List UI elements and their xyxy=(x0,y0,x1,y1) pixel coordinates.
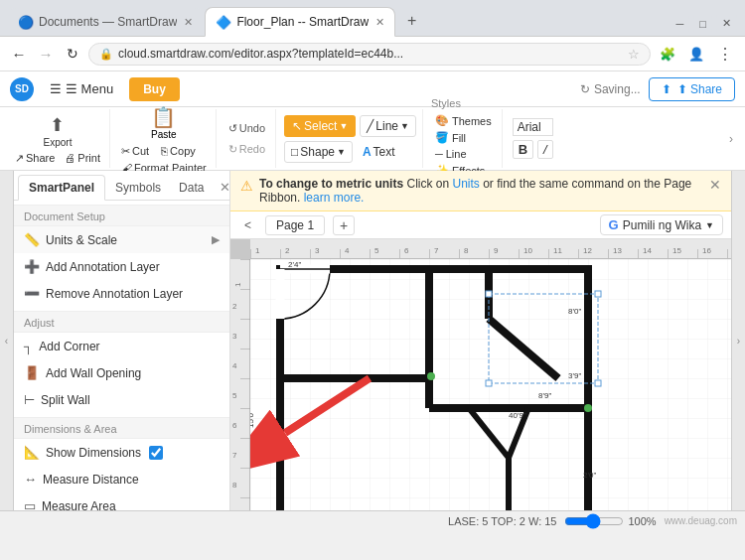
line-tool-button[interactable]: ╱ Line ▼ xyxy=(360,115,416,137)
app-bar: SD ☰ ☰ Menu Buy ↻ Saving... ⬆ ⬆ Share xyxy=(0,71,745,107)
notification-learn-more[interactable]: learn more. xyxy=(304,191,365,205)
split-wall-label: Split Wall xyxy=(41,393,90,407)
copy-button[interactable]: ⎘ Copy xyxy=(158,144,199,159)
page-add-button[interactable]: + xyxy=(333,215,355,235)
tab1-close[interactable]: ✕ xyxy=(184,16,193,29)
bold-button[interactable]: B xyxy=(513,140,533,159)
svg-text:5: 5 xyxy=(232,391,237,400)
svg-text:2: 2 xyxy=(285,246,290,255)
measure-area-item[interactable]: ▭ Measure Area xyxy=(14,492,229,510)
svg-text:8'0": 8'0" xyxy=(568,307,581,316)
minimize-icon[interactable]: ─ xyxy=(670,16,690,32)
dimensions-label: Dimensions & Area xyxy=(24,423,117,435)
measure-distance-item[interactable]: ↔ Measure Distance xyxy=(14,466,229,492)
page-prev-button[interactable]: < xyxy=(238,216,257,234)
add-corner-item[interactable]: ┐ Add Corner xyxy=(14,333,229,359)
svg-line-40 xyxy=(469,408,509,458)
undo-button[interactable]: ↺ Undo xyxy=(224,120,269,137)
svg-text:2'0": 2'0" xyxy=(583,471,596,480)
menu-button[interactable]: ☰ ☰ Menu xyxy=(42,77,121,100)
add-annotation-item[interactable]: ➕ Add Annotation Layer xyxy=(14,253,229,280)
back-button[interactable]: ← xyxy=(8,43,30,65)
ruler-horizontal: 1 2 3 4 5 6 7 8 9 10 11 12 13 14 15 16 xyxy=(250,239,731,259)
remove-annotation-label: Remove Annotation Layer xyxy=(46,287,183,301)
text-label: Text xyxy=(373,145,395,159)
ribbon-group-tools: ↖ Select ▼ ╱ Line ▼ □ Shape ▼ A Text xyxy=(278,109,423,168)
remove-annotation-item[interactable]: ➖ Remove Annotation Layer xyxy=(14,280,229,307)
tab-data[interactable]: Data xyxy=(171,176,212,200)
google-translate-button[interactable]: G Pumili ng Wika ▼ xyxy=(600,214,723,235)
split-wall-item[interactable]: ⊢ Split Wall xyxy=(14,386,229,413)
svg-text:1: 1 xyxy=(233,282,242,287)
line2-label: Line xyxy=(446,148,467,160)
svg-text:6: 6 xyxy=(232,421,237,430)
select-dropdown-icon: ▼ xyxy=(339,121,348,131)
export-button[interactable]: ⬆ Export xyxy=(38,112,77,150)
left-collapse-handle[interactable]: ‹ xyxy=(0,171,14,510)
address-bar[interactable]: 🔒 cloud.smartdraw.com/editor.aspx?templa… xyxy=(88,43,651,66)
canvas-page[interactable]: 2'4" 15'0" 8'0" 3'9" 8'9" 40'9" 2'0" 9'3… xyxy=(250,259,731,510)
copy-icon: ⎘ xyxy=(161,145,168,157)
svg-text:13: 13 xyxy=(613,246,622,255)
units-scale-item[interactable]: 📏 Units & Scale ▶ xyxy=(14,226,229,253)
fill-label: Fill xyxy=(452,132,466,144)
italic-button[interactable]: / xyxy=(537,140,553,159)
text-tool-button[interactable]: A Text xyxy=(357,142,401,162)
buy-button[interactable]: Buy xyxy=(129,77,180,101)
star-icon[interactable]: ☆ xyxy=(628,47,640,62)
ribbon-collapse-right[interactable]: › xyxy=(723,109,739,168)
menu-dots-icon[interactable]: ⋮ xyxy=(713,43,737,66)
add-wall-opening-item[interactable]: 🚪 Add Wall Opening xyxy=(14,359,229,386)
extensions-icon[interactable]: 🧩 xyxy=(656,45,679,64)
wall-opening-label: Add Wall Opening xyxy=(46,366,141,380)
svg-text:5: 5 xyxy=(374,246,379,255)
page-title: Page 1 xyxy=(265,215,325,235)
close-window-icon[interactable]: ✕ xyxy=(716,15,737,32)
profile-icon[interactable]: 👤 xyxy=(684,45,708,64)
fill-button[interactable]: 🪣 Fill xyxy=(433,130,494,145)
panel-close-icon: ✕ xyxy=(220,180,230,195)
ribbon-group-font: Arial B / xyxy=(505,109,561,168)
svg-text:7: 7 xyxy=(434,246,439,255)
new-tab-button[interactable]: + xyxy=(397,8,426,34)
zoom-slider[interactable] xyxy=(564,515,624,527)
canvas-workspace[interactable]: 1 2 3 4 5 6 7 8 9 10 11 12 13 14 15 16 xyxy=(230,239,731,510)
zoom-label: 100% xyxy=(628,515,656,527)
paste-button[interactable]: 📋 Paste xyxy=(118,103,210,142)
tab-smartpanel[interactable]: SmartPanel xyxy=(18,175,105,201)
select-button[interactable]: ↖ Select ▼ xyxy=(284,115,356,137)
show-dimensions-checkbox[interactable] xyxy=(149,446,163,460)
saving-text: Saving... xyxy=(594,82,641,96)
share-button[interactable]: ⬆ ⬆ Share xyxy=(649,77,735,101)
select-label: Select xyxy=(304,119,337,133)
right-collapse-handle[interactable]: › xyxy=(731,171,745,510)
floor-plan-svg[interactable]: 2'4" 15'0" 8'0" 3'9" 8'9" 40'9" 2'0" 9'3… xyxy=(250,259,731,510)
split-wall-icon: ⊢ xyxy=(24,392,35,407)
units-scale-label: Units & Scale xyxy=(46,233,117,247)
notification-units-link[interactable]: Units xyxy=(452,177,479,191)
refresh-button[interactable]: ↻ xyxy=(62,43,83,65)
themes-button[interactable]: 🎨 Themes xyxy=(433,113,494,128)
notification-close-button[interactable]: ✕ xyxy=(709,177,721,193)
svg-text:3'9": 3'9" xyxy=(568,371,581,380)
tab-floorplan[interactable]: 🔷 Floor_Plan -- SmartDraw ✕ xyxy=(205,7,395,37)
document-setup-label: Document Setup xyxy=(24,210,105,222)
redo-button[interactable]: ↻ Redo xyxy=(224,141,269,158)
tab-close-button[interactable]: ✕ xyxy=(214,176,230,199)
left-panel: SmartPanel Symbols Data ✕ Document Setup… xyxy=(14,171,230,510)
tab2-close[interactable]: ✕ xyxy=(375,16,384,29)
shape-tool-button[interactable]: □ Shape ▼ xyxy=(284,141,353,163)
print-button[interactable]: 🖨 Print xyxy=(62,151,103,166)
tab-symbols[interactable]: Symbols xyxy=(107,176,169,200)
section-adjust-header: Adjust xyxy=(14,311,229,333)
forward-button[interactable]: → xyxy=(35,43,57,65)
share-ribbon-button[interactable]: ↗ Share xyxy=(12,151,58,166)
fill-icon: 🪣 xyxy=(435,131,449,144)
tab-documents[interactable]: 🔵 Documents — SmartDraw ✕ xyxy=(8,8,203,36)
cut-button[interactable]: ✂ Cut xyxy=(118,144,152,159)
show-dimensions-item[interactable]: 📐 Show Dimensions xyxy=(14,439,229,466)
line2-button[interactable]: ─ Line xyxy=(433,147,494,161)
measure-area-icon: ▭ xyxy=(24,498,36,510)
maximize-icon[interactable]: □ xyxy=(693,16,712,32)
line-icon: ╱ xyxy=(367,119,373,133)
